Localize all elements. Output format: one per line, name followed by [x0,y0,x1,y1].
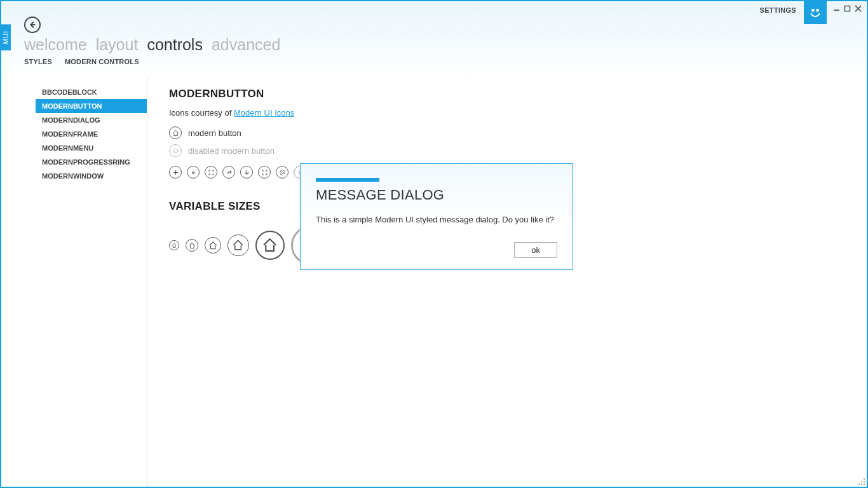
nav-layout[interactable]: layout [96,36,139,54]
sidebar-item-modernbutton[interactable]: MODERNBUTTON [36,99,147,113]
svg-text:Br: Br [191,171,194,174]
app-window: MUI SETTINGS welcome layout controls adv… [0,0,868,488]
home-icon-sm[interactable] [186,239,198,252]
sidebar-item-moderndialog[interactable]: MODERNDIALOG [36,113,147,127]
sidebar-item-modernprogressring[interactable]: MODERNPROGRESSRING [36,155,147,169]
sidebar: BBCODEBLOCK MODERNBUTTON MODERNDIALOG MO… [1,76,147,487]
ok-button[interactable]: ok [514,242,557,258]
nav-controls[interactable]: controls [147,36,203,54]
sidebar-item-modernwindow[interactable]: MODERNWINDOW [36,169,147,183]
modern-button-disabled-sample: disabled modern button [169,144,848,157]
subnav-styles[interactable]: STYLES [24,58,52,65]
modern-ui-icons-link[interactable]: Modern UI Icons [234,108,294,118]
nav-welcome[interactable]: welcome [24,36,87,54]
back-button[interactable] [24,17,41,33]
svg-point-11 [281,171,283,173]
home-icon [169,126,182,139]
home-icon-xs[interactable] [169,240,179,250]
download-icon[interactable] [240,166,253,179]
dialog-text: This is a simple Modern UI styled messag… [316,215,557,224]
refresh-icon [169,144,182,157]
share-icon[interactable] [222,166,235,179]
svg-point-19 [864,484,865,485]
add-icon[interactable] [169,166,182,179]
sidebar-item-modernframe[interactable]: MODERNFRAME [36,127,147,141]
top-nav: welcome layout controls advanced [24,36,844,54]
svg-point-16 [864,481,865,482]
br-icon[interactable]: Br [187,166,200,179]
svg-point-18 [861,484,862,485]
page-title: MODERNBUTTON [169,88,848,100]
modern-button-label: modern button [188,128,241,138]
hint-prefix: Icons courtesy of [169,108,234,118]
disabled-button-label: disabled modern button [188,146,275,156]
resize-grip[interactable] [858,478,865,485]
modern-button-sample[interactable]: modern button [169,126,848,139]
svg-point-15 [861,481,862,482]
dialog-title: MESSAGE DIALOG [316,187,557,203]
subnav-modern-controls[interactable]: MODERN CONTROLS [65,58,139,65]
home-icon-md[interactable] [205,237,221,254]
home-icon-xl[interactable] [255,231,285,260]
hint-line: Icons courtesy of Modern UI Icons [169,108,848,118]
dialog-accent-bar [316,178,379,182]
sub-nav: STYLES MODERN CONTROLS [24,58,844,65]
expand-icon[interactable] [205,166,217,179]
nav-advanced[interactable]: advanced [212,36,280,54]
home-icon-lg[interactable] [227,234,249,256]
header: welcome layout controls advanced STYLES … [1,1,867,65]
content-area: MODERNBUTTON Icons courtesy of Modern UI… [147,76,867,487]
sidebar-item-bbcodeblock[interactable]: BBCODEBLOCK [36,85,147,99]
fullscreen-icon[interactable] [258,166,271,179]
svg-point-17 [858,484,860,485]
message-dialog: MESSAGE DIALOG This is a simple Modern U… [300,163,573,270]
svg-point-14 [864,478,865,480]
sidebar-item-modernmenu[interactable]: MODERNMENU [36,141,147,155]
at-icon[interactable] [276,166,288,179]
